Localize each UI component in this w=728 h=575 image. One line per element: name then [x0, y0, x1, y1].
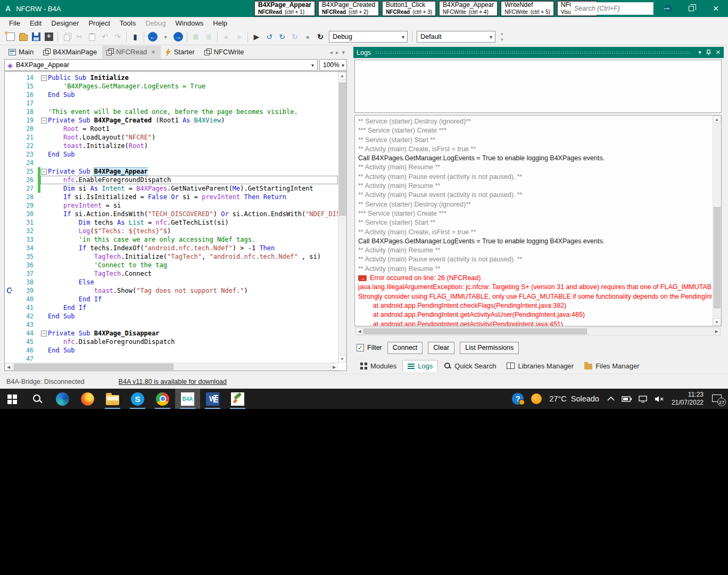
log-entry[interactable]: ** Activity (main) Create, isFirst = tru…: [358, 228, 712, 237]
navigate-forward-icon[interactable]: →: [172, 31, 184, 43]
help-tray-icon[interactable]: ?: [512, 393, 524, 405]
scroll-up-icon[interactable]: ▲: [338, 72, 346, 79]
log-entry[interactable]: ** Activity (main) Resume **: [358, 163, 712, 172]
indent-icon[interactable]: »: [233, 31, 245, 43]
code-line-45[interactable]: 45 nfc.DisableForegroundDispatch: [5, 338, 338, 346]
code-line-44[interactable]: 44Private Sub B4XPage_Disappear: [5, 329, 338, 338]
list-permissions-button[interactable]: List Permissions: [460, 342, 519, 354]
menu-debug[interactable]: Debug: [140, 18, 170, 28]
code-line-21[interactable]: 21 Root.LoadLayout("NFCRE"): [5, 133, 338, 142]
clear-button[interactable]: Clear: [428, 342, 454, 354]
step-over-icon[interactable]: ↻: [289, 31, 301, 43]
redo-icon[interactable]: ↷: [112, 31, 123, 43]
code-line-32[interactable]: 32 Log($"Techs: ${techs}"$): [5, 227, 338, 235]
undo-icon[interactable]: ↶: [99, 31, 111, 43]
code-line-33[interactable]: 33 'in this case we are only accessing N…: [5, 235, 338, 244]
code-line-26[interactable]: 26 nfc.EnableForegroundDispatch: [5, 176, 338, 184]
logs-scroll-left-icon[interactable]: ◀: [356, 328, 363, 335]
logs-hscroll-thumb[interactable]: [363, 328, 587, 334]
code-line-25[interactable]: 25Private Sub B4XPage_Appear: [5, 167, 338, 176]
battery-icon[interactable]: [622, 396, 632, 402]
firefox-app[interactable]: [75, 389, 100, 409]
weather-sun-icon[interactable]: [531, 393, 542, 404]
close-button[interactable]: ✕: [704, 0, 728, 17]
doc-tab-nfcread[interactable]: NFCRead×: [102, 46, 160, 59]
taskbar-search-button[interactable]: [25, 389, 50, 409]
log-entry[interactable]: ** Service (starter) Destroy (ignored)**: [358, 117, 712, 126]
logs-scroll-down-icon[interactable]: ▼: [713, 318, 721, 326]
code-line-23[interactable]: 23End Sub: [5, 150, 338, 159]
skype-app[interactable]: S: [125, 389, 150, 409]
editor-horizontal-scrollbar[interactable]: ◀ ▶: [5, 363, 338, 371]
comment-icon[interactable]: ≣: [190, 31, 202, 43]
pane-tab-logs[interactable]: Logs: [402, 360, 438, 372]
quick-tab-2[interactable]: B4XPage_CreatedNFCRead (ctrl + 2): [318, 1, 379, 17]
log-entry[interactable]: ** Service (starter) Destroy (ignored)**: [358, 200, 712, 209]
doc-tab-starter[interactable]: Starter: [161, 46, 200, 59]
tab-scroll-right-icon[interactable]: ▸: [336, 49, 339, 56]
code-line-43[interactable]: 43: [5, 321, 338, 329]
code-line-19[interactable]: 19Private Sub B4XPage_Created (Root1 As …: [5, 116, 338, 125]
open-project-icon[interactable]: [18, 31, 29, 43]
minimize-button[interactable]: ─: [655, 0, 679, 17]
navigate-back-icon[interactable]: ←: [147, 31, 159, 43]
code-line-24[interactable]: 24: [5, 159, 338, 167]
quick-tab-3[interactable]: Button1_ClickNFCRead (ctrl + 3): [382, 1, 436, 17]
panel-close-icon[interactable]: ✕: [716, 49, 721, 56]
code-line-36[interactable]: 36 'Connect to the tag: [5, 261, 338, 269]
panel-position-dropdown-icon[interactable]: ▾: [698, 49, 701, 56]
pane-tab-modules[interactable]: Modules: [355, 360, 401, 372]
logs-scroll-up-icon[interactable]: ▲: [713, 116, 721, 123]
navigate-back-caret-icon[interactable]: ▾: [160, 31, 171, 43]
code-line-31[interactable]: 31 Dim techs As List = nfc.GetTechList(s…: [5, 218, 338, 227]
doc-tab-main[interactable]: Main: [4, 46, 39, 59]
logs-panel-header[interactable]: Logs ▾ ✕: [353, 47, 724, 58]
menu-edit[interactable]: Edit: [25, 18, 46, 28]
export-icon[interactable]: [43, 31, 55, 43]
code-line-18[interactable]: 18'This event will be called once, befor…: [5, 108, 338, 116]
chrome-app[interactable]: [150, 389, 175, 409]
outdent-icon[interactable]: «: [220, 31, 232, 43]
log-entry[interactable]: ** Service (starter) Start **: [358, 136, 712, 145]
log-entry[interactable]: ** Activity (main) Pause event (activity…: [358, 172, 712, 182]
filter-checkbox[interactable]: ✓: [357, 344, 364, 351]
log-entry[interactable]: ** Activity (main) Pause event (activity…: [358, 255, 712, 264]
code-line-15[interactable]: 15 'B4XPages.GetManager.LogEvents = True: [5, 82, 338, 91]
log-error-entry[interactable]: →Error occurred on line: 26 (NFCRead): [358, 274, 712, 283]
log-entry[interactable]: ** Activity (main) Resume **: [358, 182, 712, 191]
b4a-app[interactable]: B4A: [175, 389, 200, 409]
designer-app[interactable]: [225, 389, 250, 409]
pin-icon[interactable]: [706, 50, 712, 56]
log-entry[interactable]: *** Service (starter) Create ***: [358, 126, 712, 135]
uncomment-icon[interactable]: ≣: [203, 31, 214, 43]
code-line-29[interactable]: 29 prevIntent = si: [5, 201, 338, 210]
menu-project[interactable]: Project: [84, 18, 114, 28]
copy-icon[interactable]: [61, 31, 72, 43]
explorer-app[interactable]: [100, 389, 125, 409]
log-entry[interactable]: Call B4XPages.GetManager.LogEvents = Tru…: [358, 237, 712, 246]
code-editor[interactable]: 14Public Sub Initialize15 'B4XPages.GetM…: [4, 71, 347, 371]
code-line-35[interactable]: 35 TagTech.Initialize("TagTech", "androi…: [5, 252, 338, 261]
log-entry[interactable]: Strongly consider using FLAG_IMMUTABLE, …: [358, 292, 712, 301]
volume-muted-icon[interactable]: [655, 396, 664, 402]
pane-tab-quick-search[interactable]: Quick Search: [439, 360, 501, 372]
editor-hscroll-thumb[interactable]: [14, 364, 173, 370]
tray-chevron-icon[interactable]: [607, 396, 615, 401]
log-entry[interactable]: ** Activity (main) Resume **: [358, 265, 712, 274]
logs-vscroll-thumb[interactable]: [714, 207, 721, 308]
log-entry[interactable]: *** Service (starter) Create ***: [358, 209, 712, 218]
resume-icon[interactable]: ↺: [263, 31, 275, 43]
cut-icon[interactable]: ✂: [73, 31, 85, 43]
code-line-17[interactable]: 17: [5, 99, 338, 108]
code-line-47[interactable]: 47: [5, 355, 338, 363]
sub-navigator-dropdown[interactable]: ◈ B4XPage_Appear ▾: [4, 59, 318, 71]
edge-app[interactable]: [50, 389, 75, 409]
doc-tab-b4xmainpage[interactable]: B4XMainPage: [39, 46, 102, 59]
start-button[interactable]: [0, 389, 25, 409]
code-line-34[interactable]: 34 If techs.IndexOf("android.nfc.tech.Nd…: [5, 244, 338, 252]
code-line-37[interactable]: 37 TagTech.Connect: [5, 269, 338, 278]
save-icon[interactable]: [30, 31, 42, 43]
log-entry[interactable]: ** Service (starter) Start **: [358, 218, 712, 227]
code-line-41[interactable]: 41 End If: [5, 303, 338, 312]
log-entry[interactable]: ** Activity (main) Resume **: [358, 246, 712, 255]
